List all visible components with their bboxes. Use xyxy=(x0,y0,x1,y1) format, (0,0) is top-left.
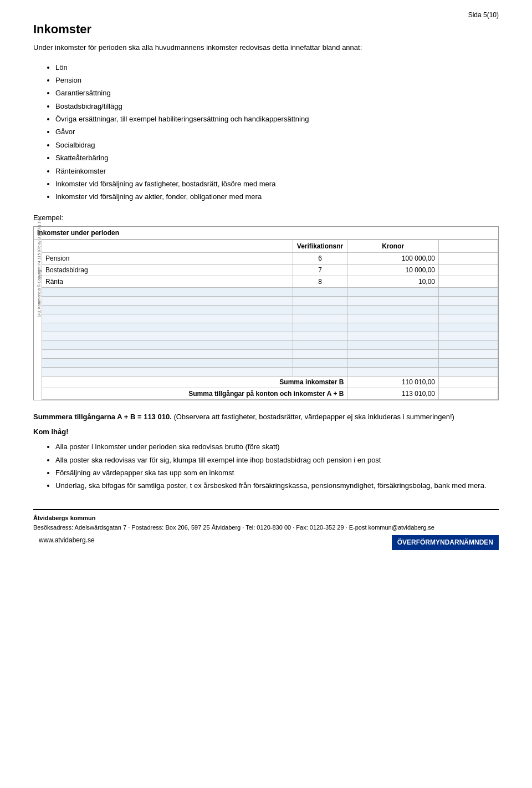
sum-label: Summa inkomster B xyxy=(42,376,347,388)
bullet-item: Inkomster vid försäljning av aktier, fon… xyxy=(55,190,499,203)
empty-table-row xyxy=(42,332,498,340)
footer-org-name: Åtvidabergs kommun xyxy=(33,515,95,521)
col-header-extra xyxy=(439,240,498,252)
summary-bold: Summmera tillgångarna A + B = 113 010. xyxy=(33,413,172,421)
empty-cell xyxy=(347,323,439,332)
row-verif: 8 xyxy=(293,276,347,287)
empty-table-row xyxy=(42,323,498,332)
empty-cell xyxy=(42,314,293,323)
row-desc: Bostadsbidrag xyxy=(42,264,293,276)
kom-ihag-list: Alla poster i inkomster under perioden s… xyxy=(55,440,499,492)
row-extra xyxy=(439,264,498,276)
col-header-verif: Verifikationsnr xyxy=(293,240,347,252)
empty-cell xyxy=(293,323,347,332)
empty-table-row xyxy=(42,340,498,349)
empty-cell xyxy=(439,287,498,296)
row-amount: 10 000,00 xyxy=(347,264,439,276)
example-label: Exempel: xyxy=(33,213,499,222)
empty-cell xyxy=(42,349,293,358)
empty-cell xyxy=(347,332,439,340)
empty-cell xyxy=(293,349,347,358)
empty-cell xyxy=(293,305,347,314)
row-verif: 7 xyxy=(293,264,347,276)
row-desc: Ränta xyxy=(42,276,293,287)
empty-cell xyxy=(439,367,498,376)
empty-cell xyxy=(439,314,498,323)
empty-table-row xyxy=(42,287,498,296)
empty-table-row xyxy=(42,349,498,358)
footer-bottom: www.atvidaberg.se ÖVERFÖRMYNDARNÄMNDEN xyxy=(33,533,499,550)
income-table: Verifikationsnr Kronor Pension 6 100 000… xyxy=(42,240,498,400)
income-table-wrapper: SKL Kommentus © Copyright P4 115 076 av … xyxy=(33,226,499,400)
empty-cell xyxy=(293,296,347,305)
empty-table-row xyxy=(42,314,498,323)
empty-table-row xyxy=(42,296,498,305)
kom-ihag-label: Kom ihåg! xyxy=(33,428,499,436)
empty-cell xyxy=(439,323,498,332)
kom-ihag-item: Underlag, ska bifogas för samtliga poste… xyxy=(55,479,499,492)
row-verif: 6 xyxy=(293,252,347,264)
bullet-item: Socialbidrag xyxy=(55,139,499,151)
row-amount: 100 000,00 xyxy=(347,252,439,264)
kom-ihag-item: Alla poster ska redovisas var för sig, k… xyxy=(55,454,499,466)
row-extra xyxy=(439,252,498,264)
empty-cell xyxy=(293,314,347,323)
empty-cell xyxy=(42,367,293,376)
empty-cell xyxy=(439,340,498,349)
empty-cell xyxy=(42,332,293,340)
empty-cell xyxy=(347,340,439,349)
empty-cell xyxy=(42,305,293,314)
empty-cell xyxy=(42,358,293,367)
bullet-item: Övriga ersättningar, till exempel habili… xyxy=(55,113,499,125)
empty-table-row xyxy=(42,305,498,314)
bullet-item: Garantiersättning xyxy=(55,87,499,99)
bullet-item: Skatteåterbäring xyxy=(55,151,499,164)
empty-table-row xyxy=(42,367,498,376)
sidebar-label: SKL Kommentus © Copyright P4 115 076 av … xyxy=(37,309,41,317)
footer-website: www.atvidaberg.se xyxy=(33,533,100,550)
empty-cell xyxy=(347,296,439,305)
empty-cell xyxy=(347,367,439,376)
empty-cell xyxy=(42,323,293,332)
empty-cell xyxy=(439,332,498,340)
empty-cell xyxy=(293,332,347,340)
table-row: Bostadsbidrag 7 10 000,00 xyxy=(42,264,498,276)
footer-address: Besöksadress: Adelswärdsgatan 7 · Postad… xyxy=(33,523,499,533)
total-amount: 113 010,00 xyxy=(347,388,439,399)
intro-text: Under inkomster för perioden ska alla hu… xyxy=(33,42,499,53)
page-title: Inkomster xyxy=(33,22,499,37)
row-desc: Pension xyxy=(42,252,293,264)
empty-cell xyxy=(347,349,439,358)
total-extra xyxy=(439,388,498,399)
empty-cell xyxy=(42,340,293,349)
empty-cell xyxy=(347,287,439,296)
col-header-kronor: Kronor xyxy=(347,240,439,252)
bullet-item: Inkomster vid försäljning av fastigheter… xyxy=(55,177,499,190)
empty-cell xyxy=(439,305,498,314)
empty-cell xyxy=(293,367,347,376)
empty-cell xyxy=(439,349,498,358)
empty-cell xyxy=(42,287,293,296)
bullet-item: Pension xyxy=(55,74,499,87)
empty-cell xyxy=(439,358,498,367)
table-row: Pension 6 100 000,00 xyxy=(42,252,498,264)
table-title: Inkomster under perioden xyxy=(34,227,498,240)
empty-cell xyxy=(347,314,439,323)
bullet-item: Lön xyxy=(55,61,499,74)
col-header-desc xyxy=(42,240,293,252)
bullet-item: Gåvor xyxy=(55,125,499,138)
footer-dept: ÖVERFÖRMYNDARNÄMNDEN xyxy=(392,535,499,550)
summary-rest: (Observera att fastigheter, bostadsrätte… xyxy=(173,413,454,421)
table-row: Ränta 8 10,00 xyxy=(42,276,498,287)
summary-text: Summmera tillgångarna A + B = 113 010. (… xyxy=(33,411,499,423)
kom-ihag-item: Försäljning av värdepapper ska tas upp s… xyxy=(55,466,499,479)
bullet-item: Ränteinkomster xyxy=(55,165,499,177)
page-container: Sida 5(10) Inkomster Under inkomster för… xyxy=(0,0,532,788)
empty-cell xyxy=(439,296,498,305)
empty-cell xyxy=(293,358,347,367)
sum-extra xyxy=(439,376,498,388)
empty-cell xyxy=(293,287,347,296)
footer-org: Åtvidabergs kommun xyxy=(33,514,499,523)
page-number: Sida 5(10) xyxy=(468,11,499,19)
row-extra xyxy=(439,276,498,287)
